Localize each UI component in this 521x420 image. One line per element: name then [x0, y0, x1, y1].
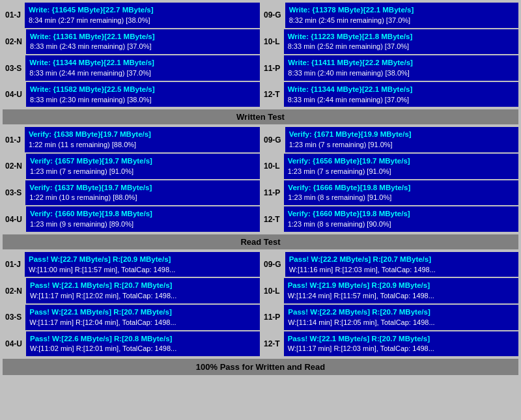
row-02-N-left: 02-NWrite: {11361 MByte}[22.1 MByte/s]8:…	[3, 29, 260, 55]
read-grid: 01-JPass! W:[22.7 MByte/s] R:[20.9 MByte…	[3, 252, 518, 356]
cell-id-label: 04-U	[3, 331, 25, 357]
cell-id-label: 01-J	[3, 127, 23, 152]
cell-line1: Verify: {1666 MByte}[19.8 MByte/s]	[288, 182, 514, 193]
cell-content: Write: {11361 MByte}[22.1 MByte/s]8:33 m…	[26, 29, 260, 55]
row-10-L-right: 10-LWrite: {11223 MByte}[21.8 MByte/s]8:…	[261, 29, 518, 55]
status-bar: 100% Pass for Written and Read	[3, 359, 518, 375]
cell-line1: Pass! W:[21.9 MByte/s] R:[20.9 MByte/s]	[288, 280, 514, 291]
cell-line1: Pass! W:[22.2 MByte/s] R:[20.7 MByte/s]	[289, 254, 514, 265]
cell-line1: Verify: {1637 MByte}[19.7 MByte/s]	[29, 182, 256, 193]
cell-id-label: 10-L	[261, 154, 283, 179]
cell-line1: Write: {11411 MByte}[22.2 MByte/s]	[288, 57, 514, 68]
verify-grid: 01-JVerify: {1638 MByte}[19.7 MByte/s]1:…	[3, 127, 518, 231]
cell-line2: 1:23 min (8 s remaining) [91.0%]	[288, 193, 514, 203]
cell-line1: Verify: {1671 MByte}[19.9 MByte/s]	[289, 129, 514, 140]
cell-id-label: 10-L	[261, 29, 283, 55]
cell-line1: Write: {11582 MByte}[22.5 MByte/s]	[30, 84, 256, 95]
row-09-G-right: 09-GPass! W:[22.2 MByte/s] R:[20.7 MByte…	[261, 252, 518, 277]
cell-content: Verify: {1657 MByte}[19.7 MByte/s]1:23 m…	[26, 154, 260, 179]
cell-line1: Write: {11344 MByte}[22.1 MByte/s]	[288, 84, 514, 95]
cell-id-label: 11-P	[261, 180, 283, 206]
cell-id-label: 12-T	[261, 206, 283, 232]
cell-content: Write: {11411 MByte}[22.2 MByte/s]8:33 m…	[284, 55, 518, 81]
cell-id-label: 11-P	[261, 305, 283, 330]
cell-content: Write: {11344 MByte}[22.1 MByte/s]8:33 m…	[25, 55, 260, 81]
cell-line1: Verify: {1660 MByte}[19.8 MByte/s]	[288, 208, 514, 219]
cell-id-label: 02-N	[3, 278, 25, 303]
cell-line1: Pass! W:[22.7 MByte/s] R:[20.9 MByte/s]	[29, 254, 256, 265]
main-container: 01-JWrite: {11645 MByte}[22.7 MByte/s]8:…	[0, 0, 521, 378]
cell-content: Verify: {1666 MByte}[19.8 MByte/s]1:23 m…	[284, 180, 518, 206]
cell-line2: 8:33 min (2:44 min remaining) [37.0%]	[288, 95, 514, 105]
cell-id-label: 09-G	[261, 252, 284, 277]
row-04-U-left: 04-UPass! W:[22.6 MByte/s] R:[20.8 MByte…	[3, 331, 260, 357]
row-11-P-right: 11-PPass! W:[22.2 MByte/s] R:[20.7 MByte…	[261, 305, 518, 330]
cell-line2: 8:33 min (2:52 min remaining) [37.0%]	[288, 42, 514, 52]
cell-id-label: 09-G	[261, 3, 284, 28]
cell-content: Verify: {1660 MByte}[19.8 MByte/s]1:23 m…	[284, 206, 518, 232]
cell-line1: Pass! W:[22.1 MByte/s] R:[20.7 MByte/s]	[30, 280, 256, 291]
cell-id-label: 04-U	[3, 206, 25, 232]
written-test-header: Written Test	[3, 109, 518, 124]
row-11-P-right: 11-PVerify: {1666 MByte}[19.8 MByte/s]1:…	[261, 180, 518, 206]
cell-line1: Write: {11361 MByte}[22.1 MByte/s]	[30, 31, 256, 42]
cell-id-label: 02-N	[3, 29, 25, 55]
cell-line2: 8:33 min (2:43 min remaining) [37.0%]	[30, 42, 256, 52]
row-01-J-left: 01-JVerify: {1638 MByte}[19.7 MByte/s]1:…	[3, 127, 260, 152]
row-03-S-left: 03-SVerify: {1637 MByte}[19.7 MByte/s]1:…	[3, 180, 260, 206]
cell-content: Write: {11378 MByte}[22.1 MByte/s]8:32 m…	[285, 3, 518, 28]
row-09-G-right: 09-GWrite: {11378 MByte}[22.1 MByte/s]8:…	[261, 3, 518, 28]
cell-line2: W:[11:14 min] R:[12:05 min], TotalCap: 1…	[288, 318, 514, 328]
row-01-J-left: 01-JPass! W:[22.7 MByte/s] R:[20.9 MByte…	[3, 252, 260, 277]
cell-line1: Write: {11344 MByte}[22.1 MByte/s]	[29, 57, 256, 68]
cell-line2: W:[11:17 min] R:[12:04 min], TotalCap: 1…	[29, 318, 256, 328]
cell-content: Pass! W:[22.2 MByte/s] R:[20.7 MByte/s]W…	[285, 252, 518, 277]
write-grid: 01-JWrite: {11645 MByte}[22.7 MByte/s]8:…	[3, 3, 518, 107]
cell-line2: 1:22 min (10 s remaining) [88.0%]	[29, 193, 256, 203]
cell-content: Write: {11223 MByte}[21.8 MByte/s]8:33 m…	[284, 29, 518, 55]
cell-content: Write: {11582 MByte}[22.5 MByte/s]8:33 m…	[26, 82, 260, 107]
row-03-S-left: 03-SPass! W:[22.1 MByte/s] R:[20.7 MByte…	[3, 305, 260, 330]
cell-line2: W:[11:17 min] R:[12:02 min], TotalCap: 1…	[30, 291, 256, 301]
cell-content: Pass! W:[22.7 MByte/s] R:[20.9 MByte/s]W…	[25, 252, 260, 277]
cell-line1: Pass! W:[22.2 MByte/s] R:[20.7 MByte/s]	[288, 307, 514, 318]
cell-line1: Write: {11223 MByte}[21.8 MByte/s]	[288, 31, 514, 42]
row-12-T-right: 12-TWrite: {11344 MByte}[22.1 MByte/s]8:…	[261, 82, 518, 107]
verify-section: 01-JVerify: {1638 MByte}[19.7 MByte/s]1:…	[3, 127, 518, 231]
cell-content: Write: {11645 MByte}[22.7 MByte/s]8:34 m…	[25, 3, 260, 28]
cell-content: Verify: {1638 MByte}[19.7 MByte/s]1:22 m…	[25, 127, 260, 152]
cell-id-label: 04-U	[3, 82, 25, 107]
cell-line2: 8:33 min (2:40 min remaining) [38.0%]	[288, 68, 514, 79]
cell-content: Pass! W:[22.1 MByte/s] R:[20.7 MByte/s]W…	[284, 331, 518, 357]
cell-line2: W:[11:16 min] R:[12:03 min], TotalCap: 1…	[289, 265, 514, 275]
cell-line1: Pass! W:[22.1 MByte/s] R:[20.7 MByte/s]	[288, 333, 514, 344]
cell-id-label: 01-J	[3, 3, 23, 28]
cell-id-label: 12-T	[261, 331, 283, 357]
cell-line2: 1:22 min (11 s remaining) [88.0%]	[29, 140, 256, 150]
cell-id-label: 03-S	[3, 305, 24, 330]
write-section: 01-JWrite: {11645 MByte}[22.7 MByte/s]8:…	[3, 3, 518, 107]
row-02-N-left: 02-NPass! W:[22.1 MByte/s] R:[20.7 MByte…	[3, 278, 260, 303]
cell-content: Verify: {1671 MByte}[19.9 MByte/s]1:23 m…	[285, 127, 518, 152]
cell-content: Pass! W:[21.9 MByte/s] R:[20.9 MByte/s]W…	[284, 278, 518, 303]
row-01-J-left: 01-JWrite: {11645 MByte}[22.7 MByte/s]8:…	[3, 3, 260, 28]
row-04-U-left: 04-UWrite: {11582 MByte}[22.5 MByte/s]8:…	[3, 82, 260, 107]
cell-line2: W:[11:02 min] R:[12:01 min], TotalCap: 1…	[30, 344, 256, 354]
cell-line1: Verify: {1656 MByte}[19.7 MByte/s]	[288, 156, 514, 167]
row-09-G-right: 09-GVerify: {1671 MByte}[19.9 MByte/s]1:…	[261, 127, 518, 152]
cell-content: Pass! W:[22.1 MByte/s] R:[20.7 MByte/s]W…	[26, 278, 260, 303]
cell-content: Verify: {1637 MByte}[19.7 MByte/s]1:22 m…	[25, 180, 260, 206]
cell-id-label: 02-N	[3, 154, 25, 179]
row-04-U-left: 04-UVerify: {1660 MByte}[19.8 MByte/s]1:…	[3, 206, 260, 232]
cell-line1: Pass! W:[22.1 MByte/s] R:[20.7 MByte/s]	[29, 307, 256, 318]
cell-line2: 1:23 min (7 s remaining) [91.0%]	[288, 167, 514, 177]
cell-id-label: 09-G	[261, 127, 284, 152]
row-10-L-right: 10-LPass! W:[21.9 MByte/s] R:[20.9 MByte…	[261, 278, 518, 303]
cell-line1: Write: {11645 MByte}[22.7 MByte/s]	[29, 5, 256, 16]
cell-line2: 8:32 min (2:45 min remaining) [37.0%]	[289, 16, 514, 26]
cell-id-label: 01-J	[3, 252, 23, 277]
cell-line2: 1:23 min (8 s remaining) [90.0%]	[288, 219, 514, 230]
cell-line2: W:[11:17 min] R:[12:03 min], TotalCap: 1…	[288, 344, 514, 354]
row-02-N-left: 02-NVerify: {1657 MByte}[19.7 MByte/s]1:…	[3, 154, 260, 179]
row-11-P-right: 11-PWrite: {11411 MByte}[22.2 MByte/s]8:…	[261, 55, 518, 81]
